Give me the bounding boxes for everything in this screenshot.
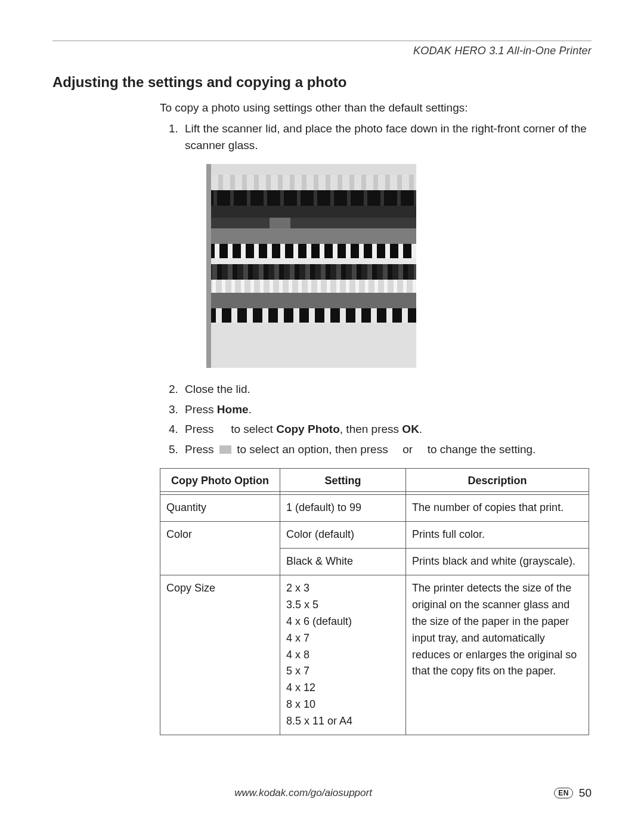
illustration-stripe (206, 308, 416, 323)
size-option: 4 x 7 (286, 630, 400, 647)
cell-setting: Color (default) (280, 522, 406, 549)
size-option: 4 x 12 (286, 680, 400, 696)
step-1: Lift the scanner lid, and place the phot… (181, 120, 592, 368)
illustration-stripe (206, 280, 416, 293)
step-4-pre: Press (185, 423, 217, 435)
cell-description: Prints full color. (406, 522, 589, 549)
illustration-stripe (206, 190, 416, 206)
step-5-pre: Press (185, 443, 217, 456)
header-rule (52, 41, 592, 41)
step-list: Lift the scanner lid, and place the phot… (160, 120, 592, 457)
page-footer: www.kodak.com/go/aiosupport EN 50 (52, 786, 592, 800)
size-option: 4 x 6 (default) (286, 614, 400, 630)
size-option: 8 x 10 (286, 696, 400, 713)
cell-setting: Black & White (280, 549, 406, 575)
step-5-mid: to select an option, then press (234, 443, 391, 456)
illustration-stripe (206, 264, 416, 280)
page-number: 50 (579, 786, 592, 800)
cell-option: Copy Size (160, 575, 280, 735)
step-2-text: Close the lid. (185, 383, 250, 395)
step-2: Close the lid. (181, 381, 592, 398)
down-button-icon (219, 445, 231, 454)
footer-right: EN 50 (554, 786, 592, 800)
step-3-post: . (249, 403, 252, 416)
step-5: Press to select an option, then press or… (181, 441, 592, 458)
cell-setting: 2 x 3 3.5 x 5 4 x 6 (default) 4 x 7 4 x … (280, 575, 406, 735)
size-option: 2 x 3 (286, 580, 400, 597)
illustration-stripe (206, 228, 416, 244)
table-row: Color Color (default) Prints full color. (160, 522, 589, 549)
th-option: Copy Photo Option (160, 469, 280, 495)
size-option: 5 x 7 (286, 663, 400, 680)
language-badge: EN (554, 788, 573, 798)
table-row: Copy Size 2 x 3 3.5 x 5 4 x 6 (default) … (160, 575, 589, 735)
table-row: Quantity 1 (default) to 99 The number of… (160, 495, 589, 522)
footer-url: www.kodak.com/go/aiosupport (52, 787, 554, 799)
illustration-stripe (206, 206, 416, 218)
illustration-stripe (206, 323, 416, 368)
table-header-row: Copy Photo Option Setting Description (160, 469, 589, 495)
illustration-stripe (206, 293, 416, 308)
th-setting: Setting (280, 469, 406, 495)
cell-description: Prints black and white (grayscale). (406, 549, 589, 575)
size-option: 3.5 x 5 (286, 597, 400, 614)
illustration-edge (206, 164, 211, 368)
illustration-stripe (206, 244, 416, 258)
size-option: 8.5 x 11 or A4 (286, 713, 400, 730)
illustration-stripe (206, 175, 416, 190)
scanner-illustration (206, 164, 416, 368)
step-4: Press to select Copy Photo, then press O… (181, 421, 592, 438)
copy-photo-label: Copy Photo (276, 423, 340, 435)
cell-option: Color (160, 522, 280, 575)
illustration-stripe (206, 218, 416, 228)
step-1-text: Lift the scanner lid, and place the phot… (185, 122, 587, 151)
step-4-mid2: , then press (340, 423, 402, 435)
step-5-post: to change the setting. (424, 443, 535, 456)
copy-photo-options-table: Copy Photo Option Setting Description Qu… (160, 468, 589, 735)
th-description: Description (406, 469, 589, 495)
step-3: Press Home. (181, 401, 592, 418)
ok-label: OK (402, 423, 419, 435)
section-heading: Adjusting the settings and copying a pho… (52, 74, 592, 91)
cell-option: Quantity (160, 495, 280, 522)
header-product-title: KODAK HERO 3.1 All-in-One Printer (52, 45, 592, 57)
cell-description: The number of copies that print. (406, 495, 589, 522)
step-3-pre: Press (185, 403, 217, 416)
cell-description: The printer detects the size of the orig… (406, 575, 589, 735)
step-5-mid2: or (400, 443, 416, 456)
intro-text: To copy a photo using settings other tha… (160, 101, 592, 114)
document-page: KODAK HERO 3.1 All-in-One Printer Adjust… (0, 0, 644, 833)
step-4-mid: to select (228, 423, 276, 435)
content-block: To copy a photo using settings other tha… (160, 101, 592, 735)
cell-setting: 1 (default) to 99 (280, 495, 406, 522)
home-label: Home (217, 403, 249, 416)
size-option: 4 x 8 (286, 647, 400, 664)
step-4-post: . (419, 423, 422, 435)
illustration-stripe (206, 258, 416, 264)
